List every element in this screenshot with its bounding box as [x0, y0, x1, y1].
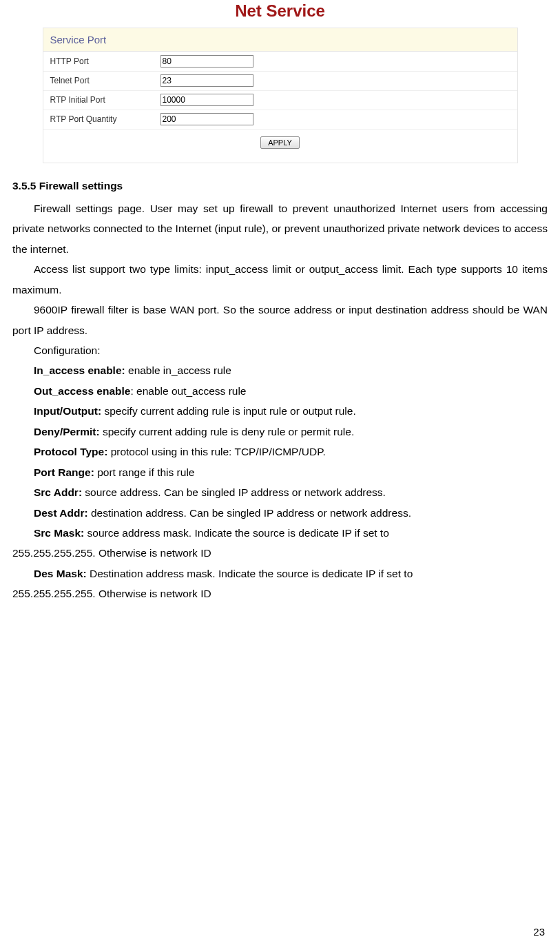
def-label: In_access enable: — [34, 364, 125, 376]
def-in-access: In_access enable: enable in_access rule — [12, 360, 548, 380]
def-label: Port Range: — [34, 466, 94, 478]
def-input-output: Input/Output: specify current adding rul… — [12, 401, 548, 421]
rtp-initial-port-label: RTP Initial Port — [43, 90, 154, 110]
telnet-port-label: Telnet Port — [43, 71, 154, 90]
page-title: Net Service — [0, 0, 560, 28]
def-text: : enable out_access rule — [130, 385, 246, 397]
def-port-range: Port Range: port range if this rule — [12, 462, 548, 482]
def-des-mask-line1: Des Mask: Destination address mask. Indi… — [12, 564, 548, 584]
def-label: Out_access enable — [34, 385, 130, 397]
apply-button[interactable]: APPLY — [260, 136, 300, 149]
def-src-addr: Src Addr: source address. Can be singled… — [12, 482, 548, 502]
telnet-port-input[interactable] — [160, 74, 253, 87]
def-label: Deny/Permit: — [34, 426, 100, 437]
table-row: RTP Port Quantity — [43, 110, 517, 129]
def-text: source address. Can be singled IP addres… — [82, 486, 386, 498]
rtp-initial-port-input[interactable] — [160, 94, 253, 106]
service-port-header: Service Port — [43, 28, 517, 52]
table-row: Telnet Port — [43, 71, 517, 90]
def-label: Des Mask: — [34, 568, 87, 579]
configuration-label: Configuration: — [12, 340, 548, 360]
table-row: HTTP Port — [43, 52, 517, 71]
def-dest-addr: Dest Addr: destination address. Can be s… — [12, 503, 548, 523]
section-heading: 3.5.5 Firewall settings — [12, 176, 548, 196]
def-src-mask-line1: Src Mask: source address mask. Indicate … — [12, 523, 548, 543]
def-label: Protocol Type: — [34, 446, 107, 457]
service-port-table: HTTP Port Telnet Port RTP Initial Port R… — [43, 52, 517, 163]
def-protocol-type: Protocol Type: protocol using in this ru… — [12, 442, 548, 462]
table-row: RTP Initial Port — [43, 90, 517, 110]
paragraph: 9600IP firewall filter is base WAN port.… — [12, 300, 548, 340]
def-label: Dest Addr: — [34, 507, 88, 519]
def-label: Src Addr: — [34, 486, 82, 498]
def-text: source address mask. Indicate the source… — [84, 527, 389, 539]
def-text: protocol using in this rule: TCP/IP/ICMP… — [107, 446, 325, 457]
rtp-port-quantity-label: RTP Port Quantity — [43, 110, 154, 129]
paragraph: Access list support two type limits: inp… — [12, 259, 548, 300]
def-text: Destination address mask. Indicate the s… — [87, 568, 413, 579]
def-text: port range if this rule — [94, 466, 195, 478]
apply-row: APPLY — [43, 129, 517, 163]
paragraph: Firewall settings page. User may set up … — [12, 198, 548, 259]
def-label: Src Mask: — [34, 527, 84, 539]
def-src-mask-line2: 255.255.255.255. Otherwise is network ID — [12, 543, 548, 563]
http-port-input[interactable] — [160, 55, 253, 68]
http-port-label: HTTP Port — [43, 52, 154, 71]
def-label: Input/Output: — [34, 405, 101, 417]
rtp-port-quantity-input[interactable] — [160, 113, 253, 125]
def-out-access: Out_access enable: enable out_access rul… — [12, 381, 548, 401]
def-text: specify current adding rule is input rul… — [101, 405, 356, 417]
net-service-form-panel: Service Port HTTP Port Telnet Port RTP I… — [43, 28, 518, 163]
def-text: enable in_access rule — [125, 364, 231, 376]
page-number: 23 — [533, 926, 545, 938]
def-deny-permit: Deny/Permit: specify current adding rule… — [12, 422, 548, 442]
def-des-mask-line2: 255.255.255.255. Otherwise is network ID — [12, 584, 548, 603]
document-body: 3.5.5 Firewall settings Firewall setting… — [0, 163, 560, 604]
def-text: destination address. Can be singled IP a… — [88, 507, 411, 519]
def-text: specify current adding rule is deny rule… — [100, 426, 355, 437]
